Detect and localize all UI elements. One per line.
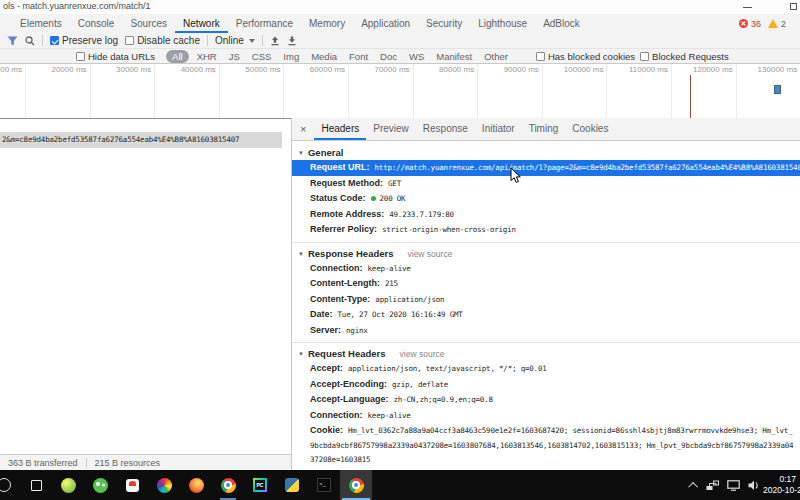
- taskbar-app-colorwheel[interactable]: [148, 470, 180, 500]
- filter-pill-js[interactable]: JS: [225, 51, 244, 62]
- maximize-button[interactable]: [790, 3, 797, 10]
- view-source-link[interactable]: view source: [400, 349, 445, 359]
- status-green-dot-icon: [371, 196, 376, 201]
- response-headers-section-title[interactable]: ▼Response Headersview source: [292, 245, 800, 261]
- taskbar-app-redwhite[interactable]: [116, 470, 148, 500]
- header-name: Accept-Language:: [310, 394, 389, 404]
- minimize-button[interactable]: [743, 7, 752, 8]
- filter-funnel-icon[interactable]: [7, 36, 18, 46]
- volume-tray-icon[interactable]: [748, 480, 760, 491]
- details-tab-headers[interactable]: Headers: [314, 118, 366, 140]
- task-view-button[interactable]: [20, 470, 52, 500]
- has-blocked-cookies-label: Has blocked cookies: [548, 51, 635, 62]
- display-tray-icon[interactable]: [727, 480, 740, 491]
- filter-pill-doc[interactable]: Doc: [376, 51, 401, 62]
- request-headers-section-title[interactable]: ▼Request Headersview source: [292, 345, 800, 361]
- request-overview-dot: [774, 85, 781, 94]
- network-overview[interactable]: 10000 ms20000 ms30000 ms40000 ms50000 ms…: [0, 64, 800, 119]
- details-tab-timing[interactable]: Timing: [522, 118, 566, 140]
- taskbar-app-wechat[interactable]: [84, 470, 116, 500]
- filter-pill-ws[interactable]: WS: [405, 51, 428, 62]
- details-tab-preview[interactable]: Preview: [366, 118, 416, 140]
- disclosure-triangle-icon: ▼: [298, 251, 304, 257]
- tab-sources[interactable]: Sources: [122, 14, 175, 33]
- disable-cache-checkbox[interactable]: Disable cache: [125, 35, 200, 46]
- toolbar-separator: [207, 35, 208, 46]
- header-value: application/json, text/javascript, */*; …: [348, 364, 547, 373]
- header-value: GET: [388, 179, 401, 188]
- cortana-search-icon: [0, 478, 11, 492]
- tab-adblock[interactable]: AdBlock: [535, 14, 588, 33]
- blocked-requests-checkbox[interactable]: Blocked Requests: [640, 51, 729, 62]
- hide-data-urls-checkbox[interactable]: Hide data URLs: [76, 51, 155, 62]
- tab-network[interactable]: Network: [175, 14, 228, 33]
- taskbar-app-chrome[interactable]: [212, 470, 244, 500]
- import-har-icon[interactable]: [270, 36, 280, 46]
- tab-application[interactable]: Application: [353, 14, 418, 33]
- throttling-value: Online: [215, 35, 244, 46]
- cortana-search-button[interactable]: [0, 470, 20, 500]
- disable-cache-label: Disable cache: [137, 35, 200, 46]
- details-tabbar: × HeadersPreviewResponseInitiatorTimingC…: [292, 118, 800, 141]
- request-row-selected[interactable]: 2&m=c8e9d4ba2befd53587fa6276a554eab4%E4%…: [0, 132, 282, 148]
- taskbar-app-green[interactable]: [52, 470, 84, 500]
- request-list-panel: 2&m=c8e9d4ba2befd53587fa6276a554eab4%E4%…: [0, 118, 292, 470]
- header-row-referrer-policy: Referrer Policy:strict-origin-when-cross…: [292, 222, 800, 238]
- headers-pane: ▼General Request URL:http://match.yuanre…: [292, 141, 800, 470]
- filter-pill-css[interactable]: CSS: [248, 51, 276, 62]
- hidden-icons-chevron-icon[interactable]: [688, 481, 698, 491]
- taskbar-clock-time[interactable]: 0:17: [763, 474, 796, 484]
- section-divider: [292, 342, 800, 343]
- has-blocked-cookies-checkbox[interactable]: Has blocked cookies: [536, 51, 635, 62]
- tab-elements[interactable]: Elements: [12, 14, 70, 33]
- filter-pill-media[interactable]: Media: [307, 51, 341, 62]
- header-name: Referrer Policy:: [310, 224, 377, 234]
- filter-pill-font[interactable]: Font: [345, 51, 372, 62]
- console-badges[interactable]: ✕ 36 2: [739, 19, 800, 29]
- request-headers-list: Accept:application/json, text/javascript…: [292, 361, 800, 470]
- filter-pill-img[interactable]: Img: [279, 51, 303, 62]
- general-section-title[interactable]: ▼General: [292, 144, 800, 160]
- header-value: keep-alive: [368, 264, 411, 273]
- tab-performance[interactable]: Performance: [228, 14, 301, 33]
- warning-count: 2: [781, 19, 786, 29]
- view-source-link[interactable]: view source: [408, 249, 453, 259]
- search-icon[interactable]: [25, 36, 35, 46]
- taskbar-app-python[interactable]: [276, 470, 308, 500]
- tab-console[interactable]: Console: [70, 14, 123, 33]
- throttling-dropdown[interactable]: Online: [215, 35, 255, 46]
- filter-pill-other[interactable]: Other: [480, 51, 512, 62]
- checkbox-unchecked-icon: [640, 52, 649, 61]
- header-name: Content-Length:: [310, 278, 380, 288]
- taskbar-app-firefox[interactable]: [180, 470, 212, 500]
- error-icon: ✕: [739, 19, 748, 28]
- taskbar-app-terminal[interactable]: [308, 470, 340, 500]
- details-tab-initiator[interactable]: Initiator: [475, 118, 522, 140]
- filter-pill-xhr[interactable]: XHR: [193, 51, 221, 62]
- header-row-status-code: Status Code:200 OK: [292, 191, 800, 207]
- python-icon: [285, 478, 299, 492]
- hide-data-urls-label: Hide data URLs: [88, 51, 155, 62]
- export-har-icon[interactable]: [287, 36, 297, 46]
- taskbar-clock-date[interactable]: 2020-10-2: [763, 485, 800, 495]
- preserve-log-checkbox[interactable]: Preserve log: [50, 35, 118, 46]
- header-value: 49.233.7.179:80: [389, 210, 454, 219]
- network-tray-icon[interactable]: [706, 480, 719, 491]
- header-name: Request URL:: [310, 162, 370, 172]
- close-icon[interactable]: ×: [292, 118, 314, 140]
- tab-security[interactable]: Security: [418, 14, 470, 33]
- header-name: Server:: [310, 325, 341, 335]
- taskbar-app-chrome-active[interactable]: [340, 470, 372, 500]
- filter-pill-all[interactable]: All: [166, 50, 189, 63]
- red-white-app-icon: [126, 479, 139, 492]
- details-tab-response[interactable]: Response: [416, 118, 475, 140]
- header-row-accept-encoding-: Accept-Encoding:gzip, deflate: [292, 377, 800, 393]
- filter-pill-manifest[interactable]: Manifest: [432, 51, 476, 62]
- header-name: Connection:: [310, 263, 363, 273]
- taskbar-app-pycharm[interactable]: [244, 470, 276, 500]
- tab-memory[interactable]: Memory: [301, 14, 353, 33]
- details-tab-cookies[interactable]: Cookies: [565, 118, 615, 140]
- tab-lighthouse[interactable]: Lighthouse: [470, 14, 535, 33]
- task-view-icon: [31, 480, 42, 491]
- network-toolbar: Preserve log Disable cache Online: [0, 33, 800, 48]
